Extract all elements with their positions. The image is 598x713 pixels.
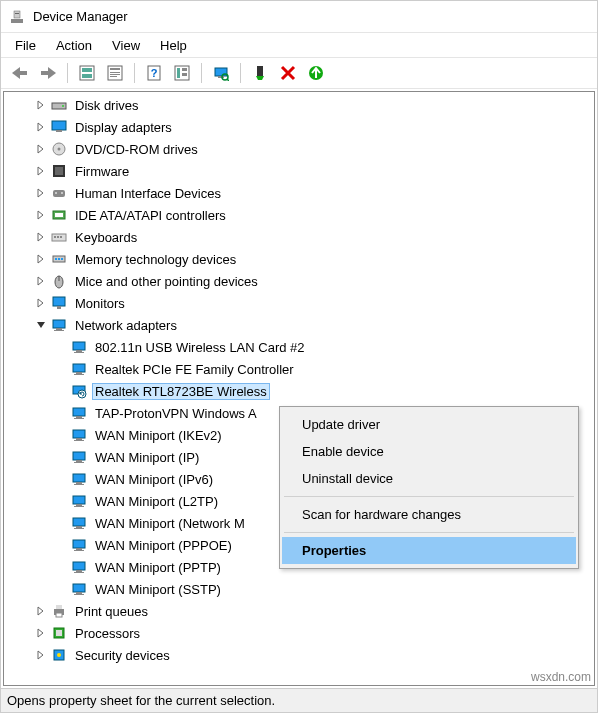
hid-icon (50, 184, 68, 202)
tree-item[interactable]: Security devices (6, 644, 594, 666)
svg-rect-79 (73, 540, 85, 548)
tree-item[interactable]: Mice and other pointing devices (6, 270, 594, 292)
svg-rect-33 (53, 190, 65, 197)
window-title: Device Manager (33, 9, 128, 24)
show-hide-tree-button[interactable] (74, 60, 100, 86)
svg-rect-84 (74, 572, 84, 573)
tree-item[interactable]: IDE ATA/ATAPI controllers (6, 204, 594, 226)
net-icon (70, 514, 88, 532)
scan-hardware-button[interactable] (208, 60, 234, 86)
svg-rect-53 (73, 342, 85, 350)
tree-item-label: WAN Miniport (PPTP) (92, 559, 224, 576)
menu-help[interactable]: Help (150, 36, 197, 55)
svg-rect-16 (177, 68, 180, 78)
context-menu-item[interactable]: Uninstall device (282, 465, 576, 492)
tree-item-label: WAN Miniport (PPPOE) (92, 537, 235, 554)
expand-icon[interactable] (34, 186, 48, 200)
svg-rect-4 (41, 71, 48, 75)
svg-rect-77 (76, 526, 82, 528)
action-button[interactable] (169, 60, 195, 86)
tree-item-label: 802.11n USB Wireless LAN Card #2 (92, 339, 308, 356)
tree-item[interactable]: Memory technology devices (6, 248, 594, 270)
context-menu-item[interactable]: Update driver (282, 411, 576, 438)
tree-item[interactable]: Network adapters (6, 314, 594, 336)
collapse-icon[interactable] (34, 318, 48, 332)
expand-icon[interactable] (34, 208, 48, 222)
svg-rect-85 (73, 584, 85, 592)
context-menu-item[interactable]: Properties (282, 537, 576, 564)
expand-icon[interactable] (34, 274, 48, 288)
properties-button[interactable] (102, 60, 128, 86)
device-tree-area[interactable]: Disk drivesDisplay adaptersDVD/CD-ROM dr… (3, 91, 595, 686)
tree-item[interactable]: Realtek RTL8723BE Wireless (6, 380, 594, 402)
expand-icon[interactable] (34, 626, 48, 640)
svg-rect-17 (182, 68, 187, 71)
tree-item[interactable]: Human Interface Devices (6, 182, 594, 204)
svg-rect-57 (76, 372, 82, 374)
update-driver-button[interactable] (303, 60, 329, 86)
tree-item[interactable]: Disk drives (6, 94, 594, 116)
tree-item-label: Keyboards (72, 229, 140, 246)
no-expand (54, 538, 68, 552)
menu-view[interactable]: View (102, 36, 150, 55)
tree-item[interactable]: WAN Miniport (SSTP) (6, 578, 594, 600)
tree-item[interactable]: Display adapters (6, 116, 594, 138)
net-icon (70, 536, 88, 554)
menu-action[interactable]: Action (46, 36, 102, 55)
no-expand (54, 362, 68, 376)
context-menu-item[interactable]: Enable device (282, 438, 576, 465)
monitor-icon (50, 294, 68, 312)
menu-divider (284, 532, 574, 533)
expand-icon[interactable] (34, 604, 48, 618)
context-menu: Update driverEnable deviceUninstall devi… (279, 406, 579, 569)
toolbar-separator (67, 63, 68, 83)
expand-icon[interactable] (34, 164, 48, 178)
svg-rect-90 (56, 613, 62, 617)
tree-item-label: Firmware (72, 163, 132, 180)
enable-device-button[interactable] (247, 60, 273, 86)
tree-item[interactable]: Firmware (6, 160, 594, 182)
expand-icon[interactable] (34, 252, 48, 266)
svg-rect-28 (56, 130, 62, 132)
tree-item[interactable]: DVD/CD-ROM drives (6, 138, 594, 160)
device-tree: Disk drivesDisplay adaptersDVD/CD-ROM dr… (4, 92, 594, 668)
tree-item[interactable]: 802.11n USB Wireless LAN Card #2 (6, 336, 594, 358)
tree-item[interactable]: Processors (6, 622, 594, 644)
net-icon (50, 316, 68, 334)
net-icon (70, 338, 88, 356)
svg-point-94 (57, 653, 61, 657)
tree-item-label: WAN Miniport (IP) (92, 449, 202, 466)
tree-item[interactable]: Realtek PCIe FE Family Controller (6, 358, 594, 380)
expand-icon[interactable] (34, 142, 48, 156)
tree-item[interactable]: Keyboards (6, 226, 594, 248)
tree-item-label: Network adapters (72, 317, 180, 334)
no-expand (54, 494, 68, 508)
svg-rect-51 (56, 328, 62, 330)
svg-rect-9 (110, 68, 120, 70)
svg-rect-68 (76, 460, 82, 462)
help-button[interactable]: ? (141, 60, 167, 86)
expand-icon[interactable] (34, 296, 48, 310)
tree-item[interactable]: Print queues (6, 600, 594, 622)
svg-rect-55 (74, 352, 84, 353)
nav-back-button[interactable] (7, 60, 33, 86)
status-bar: Opens property sheet for the current sel… (1, 688, 597, 712)
cpu-icon (50, 624, 68, 642)
menu-file[interactable]: File (5, 36, 46, 55)
svg-rect-43 (55, 258, 57, 260)
expand-icon[interactable] (34, 648, 48, 662)
svg-rect-76 (73, 518, 85, 526)
svg-rect-6 (82, 68, 92, 72)
tree-item[interactable]: Monitors (6, 292, 594, 314)
watermark: wsxdn.com (531, 670, 591, 684)
uninstall-button[interactable] (275, 60, 301, 86)
net-icon (70, 492, 88, 510)
expand-icon[interactable] (34, 230, 48, 244)
svg-rect-73 (73, 496, 85, 504)
expand-icon[interactable] (34, 98, 48, 112)
context-menu-item[interactable]: Scan for hardware changes (282, 501, 576, 528)
svg-rect-66 (74, 440, 84, 441)
svg-rect-67 (73, 452, 85, 460)
expand-icon[interactable] (34, 120, 48, 134)
nav-forward-button[interactable] (35, 60, 61, 86)
